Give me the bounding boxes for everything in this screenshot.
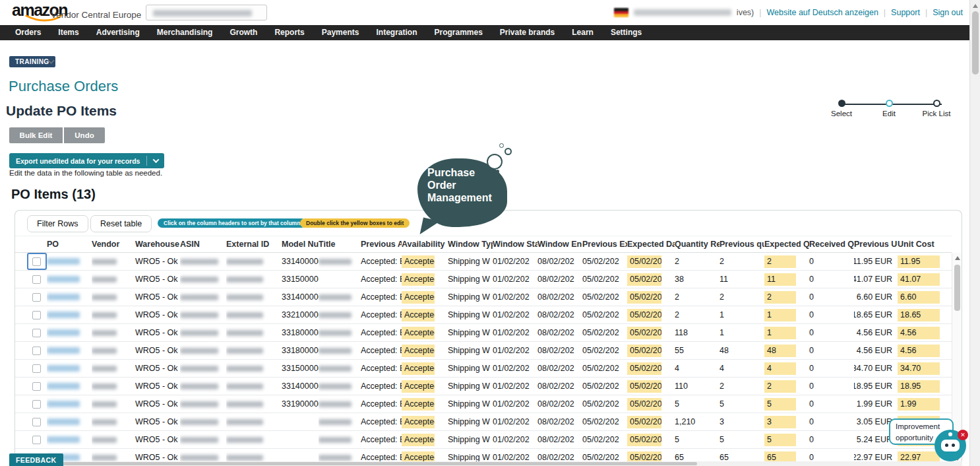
nav-item-private-brands[interactable]: Private brands [491,25,563,40]
editable-cell-availability[interactable]: Accepted: E [402,345,435,357]
filter-rows-button[interactable]: Filter Rows [27,215,88,232]
row-checkbox[interactable] [32,364,41,373]
scroll-up-arrow-icon[interactable] [973,4,978,8]
po-blurred[interactable] [47,329,80,336]
column-header-window_end[interactable]: Window End [537,236,582,252]
training-badge[interactable]: TRAINING [9,56,55,67]
row-checkbox[interactable] [32,329,41,337]
column-header-previous_quantity[interactable]: Previous qua [720,236,764,252]
row-checkbox[interactable] [32,275,41,284]
column-header-previous_unit_cost[interactable]: Previous Unit [854,236,898,252]
editable-cell-expected_date[interactable]: 05/02/202 [627,273,661,286]
editable-cell-expected_quantity[interactable]: 1 [764,327,796,339]
editable-cell-unit_cost[interactable]: 4.56 [898,345,940,357]
column-header-expected_quantity[interactable]: Expected Qua [764,236,809,252]
editable-cell-expected_date[interactable]: 05/02/202 [627,309,661,321]
nav-item-reports[interactable]: Reports [266,25,313,40]
editable-cell-expected_date[interactable]: 05/02/202 [627,362,661,375]
editable-cell-expected_quantity[interactable]: 5 [764,398,796,411]
row-checkbox[interactable] [32,418,41,426]
editable-cell-availability[interactable]: Accepted: E [402,434,435,446]
bulk-edit-button[interactable]: Bulk Edit [9,127,63,143]
editable-cell-expected_quantity[interactable]: 11 [764,273,796,286]
editable-cell-expected_quantity[interactable]: 48 [764,345,796,357]
sign-out-link[interactable]: Sign out [933,8,963,17]
column-header-received_quantity[interactable]: Received Qua [809,236,854,252]
po-blurred[interactable] [47,401,80,407]
export-button[interactable]: Export unedited data for your records [9,153,164,168]
nav-item-orders[interactable]: Orders [7,25,49,40]
chevron-down-icon[interactable] [147,158,164,163]
close-icon[interactable]: ✕ [958,430,968,440]
row-checkbox[interactable] [32,347,41,355]
po-blurred[interactable] [47,418,80,425]
nav-item-learn[interactable]: Learn [563,25,602,40]
undo-button[interactable]: Undo [64,127,105,143]
row-checkbox[interactable] [32,436,41,444]
scrollbar-thumb[interactable] [954,265,960,311]
editable-cell-expected_quantity[interactable]: 2 [764,380,796,393]
editable-cell-unit_cost[interactable]: 18.95 [898,380,940,393]
po-blurred[interactable] [47,365,80,372]
editable-cell-availability[interactable]: Accepted: E [402,327,435,339]
row-checkbox[interactable] [32,400,41,409]
editable-cell-expected_date[interactable]: 05/02/202 [627,291,661,304]
column-header-unit_cost[interactable]: Unit Cost [898,236,953,252]
reset-table-button[interactable]: Reset table [90,215,152,232]
editable-cell-expected_date[interactable]: 05/02/202 [627,345,661,357]
editable-cell-unit_cost[interactable]: 6.60 [898,291,940,304]
nav-item-merchandising[interactable]: Merchandising [148,25,222,40]
po-blurred[interactable] [47,347,80,354]
column-header-asin[interactable]: ASIN [180,236,226,252]
editable-cell-expected_quantity[interactable]: 2 [764,291,796,304]
column-header-po[interactable]: PO [47,236,92,252]
editable-cell-availability[interactable]: Accepted: E [402,291,435,304]
language-toggle-link[interactable]: Website auf Deutsch anzeigen [767,8,878,17]
editable-cell-unit_cost[interactable]: 18.65 [898,309,940,321]
editable-cell-unit_cost[interactable]: 11.95 [898,255,940,268]
nav-item-settings[interactable]: Settings [602,25,650,40]
editable-cell-expected_quantity[interactable]: 5 [764,434,796,446]
row-checkbox[interactable] [32,257,41,266]
row-checkbox[interactable] [32,293,41,302]
nav-item-advertising[interactable]: Advertising [88,25,148,40]
column-header-expected_date[interactable]: Expected Dat [627,236,675,252]
support-link[interactable]: Support [891,8,920,17]
column-header-title[interactable]: Title [319,236,361,252]
column-header-vendor[interactable]: Vendor [92,236,135,252]
po-blurred[interactable] [47,258,80,265]
editable-cell-availability[interactable]: Accepted: E [402,255,435,268]
account-selector[interactable] [146,5,267,20]
editable-cell-expected_date[interactable]: 05/02/202 [627,327,661,339]
editable-cell-availability[interactable]: Accepted: E [402,416,435,428]
column-header-external_id[interactable]: External ID [226,236,282,252]
scrollbar-thumb[interactable] [972,11,979,75]
editable-cell-availability[interactable]: Accepted: E [402,398,435,411]
nav-item-integration[interactable]: Integration [367,25,425,40]
horizontal-scrollbar[interactable] [15,461,962,466]
column-header-quantity_requested[interactable]: Quantity Req [675,236,720,252]
po-blurred[interactable] [47,383,80,389]
page-scrollbar[interactable] [969,0,980,466]
row-checkbox[interactable] [32,311,41,319]
editable-cell-expected_quantity[interactable]: 3 [764,416,796,428]
column-header-model_number[interactable]: Model Numb [282,236,319,252]
nav-item-growth[interactable]: Growth [221,25,266,40]
editable-cell-unit_cost[interactable]: 34.70 [898,362,940,375]
column-header-window_type[interactable]: Window Type [448,236,493,252]
editable-cell-expected_quantity[interactable]: 1 [764,309,796,321]
column-header-window_start[interactable]: Window Star [493,236,537,252]
editable-cell-expected_date[interactable]: 05/02/202 [627,398,661,411]
editable-cell-expected_date[interactable]: 05/02/202 [627,416,661,428]
editable-cell-expected_date[interactable]: 05/02/202 [627,380,661,393]
editable-cell-availability[interactable]: Accepted: E [402,273,435,286]
po-blurred[interactable] [47,276,80,283]
scrollbar-thumb[interactable] [15,462,697,465]
column-header-previous_availability[interactable]: Previous Avai [361,236,402,252]
nav-item-payments[interactable]: Payments [313,25,368,40]
column-header-previous_expected_date[interactable]: Previous Exp [582,236,627,252]
editable-cell-expected_date[interactable]: 05/02/202 [627,434,661,446]
editable-cell-unit_cost[interactable]: 41.07 [898,273,940,286]
editable-cell-availability[interactable]: Accepted: E [402,380,435,393]
column-header-warehouse[interactable]: Warehouse [135,236,180,252]
